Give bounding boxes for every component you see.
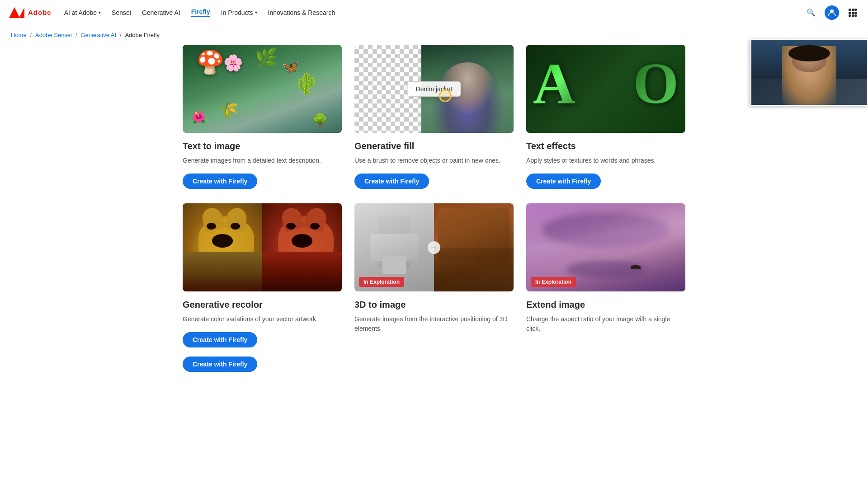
svg-rect-3 [849,9,851,11]
user-avatar[interactable] [825,5,839,20]
cards-grid: 🍄 🌸 🌿 🦋 🌺 🌾 🌳 🌵 Text to image Generate i… [183,45,685,347]
dog-right [262,203,342,291]
btn-create-text-effects[interactable]: Create with Firefly [526,174,601,189]
letter-a-display: A [533,49,576,117]
exploration-badge-3d: In Exploration [359,277,404,287]
card-image-gen-recolor [183,203,342,291]
exploration-badge-extend: In Exploration [531,277,576,287]
card-title-gen-fill: Generative fill [354,141,514,151]
card-image-text-effects: A O [526,45,685,133]
card-extend-image: In Exploration Extend image Change the a… [526,203,685,347]
btn-create-gen-recolor[interactable]: Create with Firefly [183,332,257,347]
card-desc-text-to-image: Generate images from a detailed text des… [183,156,342,165]
card-title-gen-recolor: Generative recolor [183,300,342,310]
3d-right-panel [434,203,514,291]
main-nav: Adobe AI at Adobe ▾ Sensei Generative AI… [0,0,868,25]
nav-actions: 🔍 [805,5,859,20]
card-desc-gen-recolor: Generate color variations of your vector… [183,314,342,324]
card-title-extend-image: Extend image [526,300,685,310]
card-image-generative-fill: Denim jacket [354,45,514,133]
chevron-down-icon: ▾ [255,10,257,15]
apps-grid-icon[interactable] [846,6,859,19]
breadcrumb-sep-1: / [30,32,32,38]
card-title-text-to-image: Text to image [183,141,342,151]
svg-marker-0 [9,7,20,18]
card-desc-gen-fill: Use a brush to remove objects or paint i… [354,156,514,165]
adobe-logo[interactable]: Adobe [9,7,52,18]
card-image-3d-to-image: → In Exploration [354,203,514,291]
svg-rect-5 [854,9,857,11]
letter-o-display: O [633,49,679,117]
breadcrumb-generative-ai[interactable]: Generative AI [80,32,116,38]
svg-marker-1 [19,7,24,18]
card-generative-fill: Denim jacket Generative fill Use a brush… [354,45,514,189]
video-feed [751,40,867,105]
breadcrumb-current: Adobe Firefly [125,32,160,38]
search-icon[interactable]: 🔍 [805,6,817,19]
card-title-text-effects: Text effects [526,141,685,151]
nav-in-products[interactable]: In Products ▾ [221,9,257,16]
svg-rect-10 [852,14,854,17]
nav-ai-at-adobe[interactable]: AI at Adobe ▾ [64,9,101,16]
svg-rect-7 [852,12,854,14]
arrow-3d-indicator: → [428,241,440,254]
svg-rect-11 [854,14,857,17]
main-content: 🍄 🌸 🌿 🦋 🌺 🌾 🌳 🌵 Text to image Generate i… [172,45,696,390]
nav-sensei[interactable]: Sensei [112,9,131,16]
card-desc-3d-to-image: Generate images from the interactive pos… [354,314,514,339]
btn-create-gen-fill[interactable]: Create with Firefly [354,174,429,189]
svg-rect-8 [854,12,857,14]
nav-innovations[interactable]: Innovations & Research [268,9,335,16]
card-text-effects: A O Text effects Apply styles or texture… [526,45,685,189]
btn-create-gen-recolor-bottom[interactable]: Create with Firefly [183,357,257,372]
nav-links: AI at Adobe ▾ Sensei Generative AI Firef… [64,8,792,17]
card-desc-text-effects: Apply styles or textures to words and ph… [526,156,685,165]
svg-rect-9 [849,14,851,17]
btn-create-text-to-image[interactable]: Create with Firefly [183,174,257,189]
nav-generative-ai[interactable]: Generative AI [142,9,180,16]
card-text-to-image: 🍄 🌸 🌿 🦋 🌺 🌾 🌳 🌵 Text to image Generate i… [183,45,342,189]
video-overlay [750,39,868,106]
chevron-down-icon: ▾ [99,10,101,15]
breadcrumb-home[interactable]: Home [11,32,27,38]
breadcrumb-sensei[interactable]: Adobe Sensei [35,32,72,38]
nav-firefly[interactable]: Firefly [191,8,210,17]
card-3d-to-image: → In Exploration 3D to image Generate im… [354,203,514,347]
svg-rect-6 [849,12,851,14]
breadcrumb-sep-2: / [75,32,77,38]
adobe-wordmark: Adobe [28,9,52,16]
card-gen-recolor: Generative recolor Generate color variat… [183,203,342,347]
card-image-text-to-image: 🍄 🌸 🌿 🦋 🌺 🌾 🌳 🌵 [183,45,342,133]
denim-label: Denim jacket [407,81,461,97]
dog-left [183,203,262,291]
svg-rect-4 [852,9,854,11]
breadcrumb-sep-3: / [120,32,121,38]
card-desc-extend-image: Change the aspect ratio of your image wi… [526,314,685,339]
breadcrumb: Home / Adobe Sensei / Generative AI / Ad… [0,25,868,45]
card-image-extend: In Exploration [526,203,685,291]
cursor-indicator [439,89,452,102]
card-title-3d-to-image: 3D to image [354,300,514,310]
